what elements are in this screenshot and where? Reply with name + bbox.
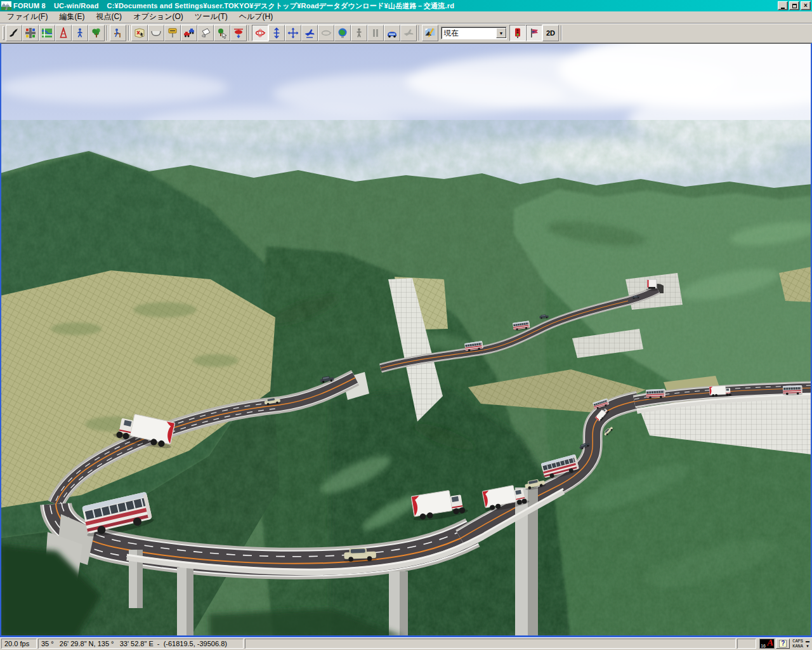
helicopter-icon	[233, 27, 244, 39]
toolbar-button-texture-paint[interactable]	[197, 25, 214, 41]
viewport-container	[0, 43, 812, 637]
toolbar-button-2d-view[interactable]: 2D	[542, 25, 559, 41]
toolbar-grip[interactable]	[3, 26, 4, 40]
toolbar-button-orbit-view[interactable]	[318, 25, 334, 41]
chevron-down-icon: ▼	[499, 31, 504, 36]
drive-simulation-icon	[112, 27, 124, 39]
toolbar-button-drive-simulation[interactable]	[110, 25, 126, 41]
walk-view-icon	[353, 27, 365, 39]
caps-indicator: CAPS	[792, 639, 803, 644]
ime-mode-icon[interactable]: A 16	[759, 639, 775, 649]
ime-bar-controls[interactable]: ▬ ▼	[806, 639, 811, 648]
pedestrian-icon	[74, 27, 86, 39]
view-select-combo[interactable]: 現在 ▼	[441, 27, 507, 39]
drive-view-icon	[386, 27, 398, 39]
toolbar-separator	[128, 25, 129, 41]
flight-view-icon	[403, 27, 414, 39]
traffic-signal-icon	[512, 27, 523, 39]
toolbar-button-japan-map[interactable]	[6, 25, 22, 41]
map-marker-icon	[134, 27, 145, 39]
ime-page-number: 16	[761, 644, 766, 648]
toolbar-button-map-marker[interactable]	[131, 25, 148, 41]
toolbar-button-fly-view[interactable]	[301, 25, 318, 41]
app-icon	[1, 1, 11, 10]
ime-lock-indicators[interactable]: CAPS KANA	[791, 639, 804, 649]
pan-vertical-icon	[271, 27, 282, 39]
truck	[646, 279, 658, 291]
toolbar-button-pan-vertical[interactable]	[268, 25, 285, 41]
toolbar-button-tower[interactable]	[55, 25, 72, 41]
traffic-cars-icon	[183, 27, 195, 39]
toolbar-button-rotate-view[interactable]	[252, 25, 268, 41]
minimize-icon	[781, 8, 785, 9]
fly-view-icon	[304, 27, 315, 39]
status-message-panel	[245, 639, 736, 649]
tower-icon	[58, 27, 69, 39]
toolbar-button-walk-view[interactable]	[351, 25, 367, 41]
road-section-icon	[150, 27, 162, 39]
toolbar-button-road-plan[interactable]	[22, 25, 39, 41]
ime-minimize-icon: ▬	[806, 639, 809, 643]
menu-options[interactable]: オプション(O)	[128, 11, 189, 23]
toolbar-separator	[561, 25, 562, 41]
toolbar-button-scenery-options[interactable]	[422, 25, 438, 41]
toolbar-button-pan-view[interactable]	[285, 25, 301, 41]
scenery-options-icon	[424, 27, 436, 39]
toolbar-button-traffic-cars[interactable]	[181, 25, 197, 41]
ime-expand-icon: ▼	[806, 644, 809, 648]
menu-tools[interactable]: ツール(T)	[189, 11, 233, 23]
toolbar-button-helicopter-view[interactable]	[230, 25, 247, 41]
status-bar: 20.0 fps 35 ° 26' 29.8" N, 135 ° 33' 52.…	[0, 637, 812, 650]
toolbar-button-city-map[interactable]	[39, 25, 55, 41]
world-view-icon	[337, 27, 348, 39]
toolbar-separator	[107, 25, 108, 41]
menu-edit[interactable]: 編集(E)	[53, 11, 90, 23]
close-button[interactable]: ×	[801, 1, 811, 10]
minimize-button[interactable]	[778, 1, 788, 10]
coordinates-indicator: 35 ° 26' 29.8" N, 135 ° 33' 52.8" E - (-…	[38, 639, 244, 649]
ime-help-button[interactable]: ?	[776, 639, 790, 649]
toolbar: 現在 ▼ 2D	[0, 23, 812, 43]
status-sub-panel	[737, 639, 756, 649]
menu-help[interactable]: ヘルプ(H)	[233, 11, 279, 23]
viewport-3d-scene[interactable]	[0, 43, 812, 637]
application-window: FORUM 8 UC-win/Road C:¥Documents and Set…	[0, 0, 812, 650]
toolbar-button-signpost[interactable]	[164, 25, 181, 41]
restore-button[interactable]	[789, 1, 799, 10]
rotate-view-icon	[254, 27, 266, 39]
menu-file[interactable]: ファイル(F)	[1, 11, 53, 23]
title-bar[interactable]: FORUM 8 UC-win/Road C:¥Documents and Set…	[0, 0, 812, 11]
toolbar-button-pause[interactable]	[367, 25, 384, 41]
toolbar-button-flight-view[interactable]	[400, 25, 417, 41]
toolbar-button-pedestrian[interactable]	[72, 25, 88, 41]
signpost-icon	[167, 27, 178, 39]
help-icon: ?	[779, 640, 787, 647]
bus	[782, 385, 802, 395]
toolbar-button-world-view[interactable]	[334, 25, 351, 41]
road-plan-icon	[25, 27, 36, 39]
fps-indicator: 20.0 fps	[1, 639, 37, 649]
kana-indicator: KANA	[792, 644, 803, 649]
toolbar-button-traffic-signal[interactable]	[509, 25, 526, 41]
tree-place-icon	[216, 27, 228, 39]
toolbar-button-road-section[interactable]	[148, 25, 164, 41]
toolbar-button-flag-marker[interactable]	[526, 25, 542, 41]
tree-icon	[91, 27, 102, 39]
toolbar-separator	[419, 25, 420, 41]
combo-dropdown-button[interactable]: ▼	[496, 28, 506, 38]
toolbar-button-tree[interactable]	[88, 25, 105, 41]
toolbar-button-tree-place[interactable]	[214, 25, 230, 41]
toolbar-button-drive-view[interactable]	[384, 25, 400, 41]
view-select-value: 現在	[442, 28, 496, 39]
ime-a-glyph: A	[766, 638, 774, 648]
orbit-view-icon	[320, 27, 332, 39]
ime-toolbar: A 16 ? CAPS KANA ▬ ▼	[757, 639, 811, 649]
menu-viewpoint[interactable]: 視点(C)	[90, 11, 128, 23]
restore-icon	[792, 4, 797, 8]
city-map-icon	[41, 27, 53, 39]
texture-paint-icon	[200, 27, 211, 39]
bus	[645, 389, 665, 400]
japan-map-icon	[8, 27, 20, 39]
window-title: FORUM 8 UC-win/Road C:¥Documents and Set…	[13, 1, 778, 11]
close-icon: ×	[804, 3, 808, 9]
